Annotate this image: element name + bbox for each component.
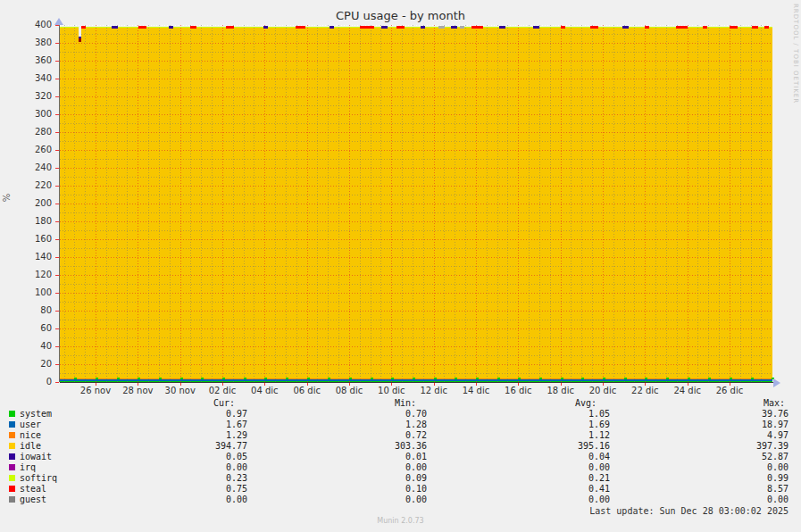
system-bump bbox=[307, 378, 310, 379]
steal-spike bbox=[676, 26, 688, 29]
vgrid-minor bbox=[613, 25, 614, 382]
system-bump bbox=[688, 378, 690, 379]
legend-value: 18.97 bbox=[0, 420, 788, 430]
vgrid-minor bbox=[529, 25, 530, 382]
legend-value: 4.97 bbox=[0, 430, 788, 441]
vgrid-minor bbox=[497, 25, 498, 382]
x-tick-label: 26 dic bbox=[703, 387, 756, 395]
vgrid-minor bbox=[413, 25, 413, 382]
y-tick-label: 160 bbox=[0, 235, 52, 244]
system-bump bbox=[264, 378, 267, 379]
system-bump bbox=[138, 378, 140, 379]
vgrid-minor bbox=[624, 25, 625, 382]
vgrid-minor bbox=[761, 25, 762, 382]
vgrid-major bbox=[307, 25, 308, 382]
system-bump bbox=[74, 378, 77, 379]
vgrid-minor bbox=[170, 25, 171, 382]
vgrid-minor bbox=[360, 25, 361, 382]
legend-row-steal: steal0.750.100.418.57 bbox=[0, 484, 801, 495]
vgrid-minor bbox=[592, 25, 593, 382]
vgrid-major bbox=[391, 25, 392, 382]
iowait-spike bbox=[533, 26, 539, 29]
vgrid-minor bbox=[380, 25, 381, 382]
legend-row-nice: nice1.290.721.124.97 bbox=[0, 430, 801, 441]
vgrid-minor bbox=[148, 25, 149, 382]
vgrid-minor bbox=[402, 25, 403, 382]
y-axis-line bbox=[59, 25, 60, 382]
idle-dip-gap bbox=[79, 27, 81, 37]
vgrid-minor bbox=[371, 25, 371, 382]
system-bump bbox=[222, 378, 225, 379]
vgrid-minor bbox=[64, 25, 65, 382]
system-bump bbox=[96, 378, 98, 379]
vgrid-minor bbox=[571, 25, 572, 382]
system-bump bbox=[518, 378, 521, 379]
vgrid-minor bbox=[708, 25, 709, 382]
vgrid-minor bbox=[634, 25, 635, 382]
y-tick-label: 200 bbox=[0, 199, 52, 208]
legend-row-softirq: softirq0.230.090.210.99 bbox=[0, 473, 801, 484]
steal-spike bbox=[360, 26, 374, 29]
y-tick-label: 220 bbox=[0, 181, 52, 190]
legend-row-idle: idle394.77303.36395.16397.39 bbox=[0, 441, 801, 452]
x-axis-line bbox=[60, 382, 773, 383]
system-bump bbox=[581, 378, 584, 379]
system-bump bbox=[624, 378, 627, 379]
vgrid-major bbox=[476, 25, 477, 382]
edge-artifact bbox=[438, 26, 445, 29]
system-bump bbox=[666, 378, 669, 379]
vgrid-minor bbox=[275, 25, 276, 382]
vgrid-major bbox=[688, 25, 688, 382]
iowait-spike bbox=[381, 26, 388, 29]
vgrid-major bbox=[603, 25, 604, 382]
steal-spike bbox=[396, 26, 405, 29]
steal-spike bbox=[561, 26, 565, 29]
last-update-text: Last update: Sun Dec 28 03:00:02 2025 bbox=[0, 506, 788, 516]
y-tick-label: 60 bbox=[0, 324, 52, 333]
y-axis-arrow bbox=[54, 18, 63, 25]
chart-title: CPU usage - by month bbox=[0, 9, 801, 22]
vgrid-major bbox=[138, 25, 138, 382]
vgrid-minor bbox=[666, 25, 667, 382]
legend-value: 0.00 bbox=[0, 495, 788, 505]
legend-header-row: Cur:Min:Avg:Max: bbox=[0, 398, 801, 409]
steal-spike bbox=[590, 26, 598, 29]
system-bump bbox=[561, 378, 563, 379]
steal-spike bbox=[752, 26, 758, 29]
legend-header: Max: bbox=[0, 398, 785, 408]
steal-spike bbox=[730, 26, 738, 29]
vgrid-minor bbox=[539, 25, 540, 382]
vgrid-minor bbox=[244, 25, 245, 382]
edge-artifact bbox=[460, 26, 464, 29]
steal-spike bbox=[226, 26, 234, 29]
vgrid-minor bbox=[212, 25, 213, 382]
system-bump bbox=[603, 378, 605, 379]
vgrid-minor bbox=[487, 25, 488, 382]
vgrid-minor bbox=[117, 25, 118, 382]
system-bump bbox=[497, 378, 500, 379]
y-tick-label: 280 bbox=[0, 128, 52, 137]
system-bump bbox=[244, 378, 246, 379]
idle-dip-steal bbox=[79, 38, 81, 42]
vgrid-minor bbox=[317, 25, 318, 382]
steal-spike bbox=[703, 26, 707, 29]
y-tick-label: 240 bbox=[0, 163, 52, 172]
iowait-spike bbox=[112, 26, 118, 29]
y-tick-label: 100 bbox=[0, 288, 52, 297]
munin-version-text: Munin 2.0.73 bbox=[0, 517, 801, 525]
y-tick-label: 120 bbox=[0, 270, 52, 279]
system-bump bbox=[455, 378, 457, 379]
y-tick-label: 40 bbox=[0, 342, 52, 351]
vgrid-minor bbox=[201, 25, 202, 382]
y-tick-label: 20 bbox=[0, 360, 52, 369]
system-bump bbox=[413, 378, 415, 379]
vgrid-minor bbox=[444, 25, 445, 382]
y-tick-label: 380 bbox=[0, 38, 52, 47]
legend-value: 397.39 bbox=[0, 441, 788, 452]
vgrid-minor bbox=[507, 25, 508, 382]
vgrid-minor bbox=[254, 25, 254, 382]
steal-spike bbox=[471, 26, 483, 29]
y-tick-label: 260 bbox=[0, 145, 52, 154]
vgrid-minor bbox=[751, 25, 752, 382]
steal-spike bbox=[296, 26, 305, 29]
